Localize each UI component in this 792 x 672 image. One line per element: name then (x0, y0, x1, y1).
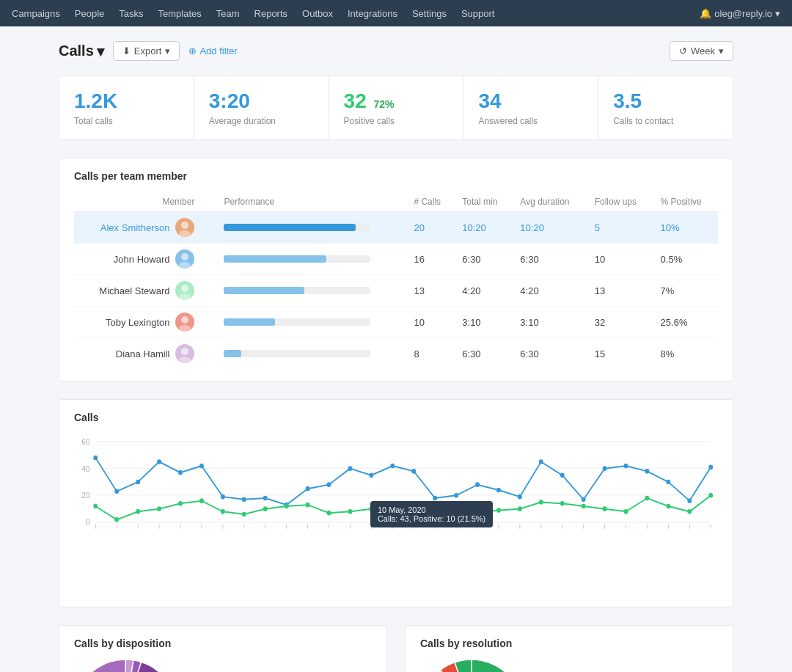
team-table-section: Calls per team member Member Performance… (59, 158, 733, 381)
svg-point-44 (645, 469, 650, 474)
svg-point-34 (433, 496, 437, 501)
svg-point-47 (708, 465, 713, 470)
svg-point-39 (539, 459, 543, 464)
bottom-charts-row: Calls by disposition Answered 10 (2.5%)L… (59, 625, 733, 672)
stat-calls-to-contact: 3.5 Calls to contact (598, 76, 733, 139)
stat-value: 3.5 (613, 90, 718, 113)
svg-point-19 (114, 489, 119, 494)
resolution-title: Calls by resolution (420, 638, 718, 649)
disposition-section: Calls by disposition Answered 10 (2.5%)L… (59, 625, 387, 672)
stat-label: Answered calls (478, 116, 583, 126)
stat-value: 1.2K (74, 90, 179, 113)
stat-answered-calls: 34 Answered calls (463, 76, 598, 139)
svg-point-74 (645, 496, 650, 501)
svg-point-6 (181, 316, 188, 324)
chart-area: 60 40 20 0 10 May, 2020 Calls: 43, Posit… (74, 434, 718, 595)
svg-point-76 (687, 509, 692, 514)
table-row[interactable]: Diana Hamill 8 6:30 6:30 15 8% (74, 338, 718, 370)
week-selector[interactable]: ↺ Week ▾ (670, 41, 733, 61)
svg-point-73 (624, 509, 628, 514)
nav-outbox[interactable]: Outbox (302, 8, 333, 19)
page-title[interactable]: Calls ▾ (59, 43, 104, 60)
svg-point-33 (411, 469, 416, 474)
stat-label: Positive calls (344, 116, 449, 126)
svg-point-50 (136, 509, 140, 514)
svg-point-51 (157, 506, 161, 511)
svg-point-66 (475, 511, 480, 516)
plus-circle-icon: ⊕ (188, 45, 197, 56)
svg-point-43 (624, 464, 628, 469)
disposition-pie (74, 660, 177, 672)
top-navigation: Campaigns People Tasks Templates Team Re… (0, 0, 792, 26)
svg-point-38 (518, 494, 522, 500)
col-member: Member (74, 192, 202, 212)
svg-point-55 (242, 512, 246, 517)
nav-team[interactable]: Team (216, 8, 240, 19)
svg-point-71 (582, 504, 586, 509)
svg-point-62 (390, 506, 395, 511)
stat-positive-calls: 32 72% Positive calls (329, 76, 464, 139)
svg-point-53 (199, 498, 204, 503)
chevron-down-icon: ▾ (719, 45, 724, 56)
svg-point-61 (369, 506, 373, 511)
table-row[interactable]: Michael Steward 13 4:20 4:20 13 7% (74, 275, 718, 307)
user-menu[interactable]: 🔔 oleg@reply.io ▾ (700, 8, 780, 19)
svg-point-60 (348, 509, 353, 514)
col-calls: # Calls (406, 192, 455, 212)
svg-point-77 (708, 493, 713, 498)
svg-point-4 (181, 285, 188, 292)
svg-text:60: 60 (82, 438, 90, 447)
export-button[interactable]: ⬇ Export ▾ (113, 41, 180, 61)
stat-avg-duration: 3:20 Average duration (194, 76, 329, 139)
table-row[interactable]: Toby Lexington 10 3:10 3:10 32 25.6% (74, 307, 718, 338)
svg-point-36 (475, 482, 480, 487)
col-total-min: Total min (455, 192, 513, 212)
stat-label: Total calls (74, 116, 179, 126)
svg-point-20 (136, 480, 140, 485)
svg-point-3 (179, 262, 191, 269)
svg-point-58 (306, 503, 310, 508)
table-row[interactable]: John Howard 16 6:30 6:30 10 0.5% (74, 244, 718, 275)
svg-point-1 (179, 230, 191, 237)
svg-point-67 (496, 508, 501, 513)
svg-point-54 (221, 509, 225, 514)
team-table: Member Performance # Calls Total min Avg… (74, 192, 718, 369)
nav-people[interactable]: People (75, 8, 104, 19)
svg-point-48 (93, 504, 98, 509)
section-title: Calls per team member (74, 170, 718, 182)
table-row[interactable]: Alex Smitherson 20 10:20 10:20 5 10% (74, 212, 718, 244)
calls-chart-section: Calls 60 40 20 0 (59, 399, 733, 607)
svg-point-72 (603, 506, 607, 511)
nav-reports[interactable]: Reports (254, 8, 288, 19)
svg-point-0 (181, 222, 188, 229)
svg-point-24 (221, 494, 225, 500)
svg-point-64 (433, 514, 437, 519)
svg-point-9 (179, 357, 191, 363)
stat-total-calls: 1.2K Total calls (59, 76, 194, 139)
add-filter-button[interactable]: ⊕ Add filter (188, 45, 237, 56)
svg-point-40 (560, 473, 565, 478)
svg-point-46 (687, 498, 692, 503)
svg-point-32 (390, 464, 395, 469)
col-avg-dur: Avg duration (513, 192, 587, 212)
svg-point-18 (93, 456, 98, 461)
svg-point-22 (178, 470, 183, 475)
svg-point-7 (179, 325, 191, 332)
resolution-pie-area: Positive 100 (55%)To call 80 (34.7%)Nega… (420, 660, 718, 672)
nav-campaigns[interactable]: Campaigns (12, 8, 60, 19)
svg-point-52 (178, 501, 183, 506)
bell-icon: 🔔 (700, 8, 711, 19)
nav-templates[interactable]: Templates (158, 8, 201, 19)
stat-value: 32 (344, 90, 367, 112)
svg-point-63 (411, 504, 416, 509)
svg-point-35 (454, 493, 458, 498)
svg-point-69 (539, 500, 543, 505)
svg-point-26 (263, 496, 268, 501)
nav-tasks[interactable]: Tasks (119, 8, 143, 19)
nav-support[interactable]: Support (461, 8, 495, 19)
nav-settings[interactable]: Settings (412, 8, 447, 19)
svg-point-57 (285, 504, 289, 509)
nav-integrations[interactable]: Integrations (348, 8, 397, 19)
svg-point-56 (263, 506, 268, 511)
page-header: Calls ▾ ⬇ Export ▾ ⊕ Add filter ↺ Week ▾ (59, 41, 733, 61)
